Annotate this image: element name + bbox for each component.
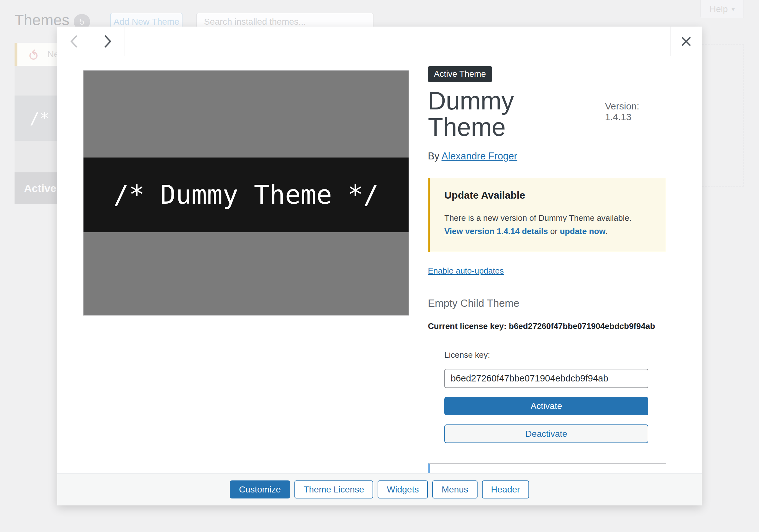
- enable-auto-updates-link[interactable]: Enable auto-updates: [428, 266, 504, 276]
- child-theme-name: Empty Child Theme: [428, 297, 668, 309]
- close-modal-button[interactable]: [670, 26, 702, 56]
- chevron-left-icon: [70, 34, 78, 48]
- license-key-input[interactable]: [444, 369, 648, 388]
- help-dropdown[interactable]: Help ▾: [700, 0, 744, 18]
- view-version-details-link[interactable]: View version 1.4.14 details: [444, 226, 548, 236]
- theme-version: Version: 1.4.13: [605, 101, 668, 122]
- page-title: Themes: [15, 11, 69, 29]
- update-now-link[interactable]: update now: [560, 226, 605, 236]
- period-text: .: [606, 226, 608, 236]
- theme-card-code-fragment: /*: [30, 109, 50, 128]
- current-license-key: Current license key: b6ed27260f47bbe0719…: [428, 321, 668, 331]
- screenshot-gray-top: [84, 70, 409, 157]
- theme-info-panel: Active Theme Dummy Theme Version: 1.4.13…: [428, 57, 668, 491]
- help-label: Help: [710, 4, 728, 14]
- modal-topbar: [57, 26, 702, 56]
- modal-footer-actions: Customize Theme License Widgets Menus He…: [57, 473, 702, 506]
- chevron-right-icon: [104, 34, 112, 48]
- active-theme-badge: Active Theme: [428, 66, 492, 82]
- deactivate-button[interactable]: Deactivate: [444, 425, 648, 443]
- screenshot-black-band: /* Dummy Theme */: [84, 157, 409, 232]
- license-form: License key: Activate Deactivate: [444, 350, 648, 443]
- license-key-label: License key:: [444, 350, 648, 360]
- activate-button[interactable]: Activate: [444, 397, 648, 415]
- theme-license-button[interactable]: Theme License: [295, 480, 373, 499]
- widgets-button[interactable]: Widgets: [378, 480, 428, 499]
- theme-details-modal: /* Dummy Theme */ Active Theme Dummy The…: [57, 26, 702, 506]
- update-available-notice: Update Available There is a new version …: [428, 178, 666, 252]
- update-icon: ⟲: [26, 49, 40, 60]
- update-notice-body: There is a new version of Dummy Theme av…: [444, 213, 631, 223]
- modal-body: /* Dummy Theme */ Active Theme Dummy The…: [57, 57, 702, 473]
- screenshot-gray-bottom: [84, 232, 409, 315]
- chevron-down-icon: ▾: [732, 5, 735, 13]
- next-theme-button[interactable]: [91, 26, 125, 56]
- update-notice-heading: Update Available: [444, 189, 653, 201]
- or-text: or: [548, 226, 560, 236]
- header-button[interactable]: Header: [482, 480, 529, 499]
- previous-theme-button[interactable]: [57, 26, 91, 56]
- screenshot-code-text: /* Dummy Theme */: [113, 180, 379, 210]
- customize-button[interactable]: Customize: [230, 480, 290, 499]
- close-icon: [681, 36, 692, 47]
- active-label: Active:: [24, 182, 60, 194]
- theme-screenshot: /* Dummy Theme */: [83, 70, 409, 316]
- theme-byline: By Alexandre Froger: [428, 150, 668, 162]
- theme-name: Dummy Theme: [428, 88, 598, 141]
- menus-button[interactable]: Menus: [432, 480, 477, 499]
- byline-prefix: By: [428, 150, 442, 162]
- author-link[interactable]: Alexandre Froger: [442, 150, 517, 162]
